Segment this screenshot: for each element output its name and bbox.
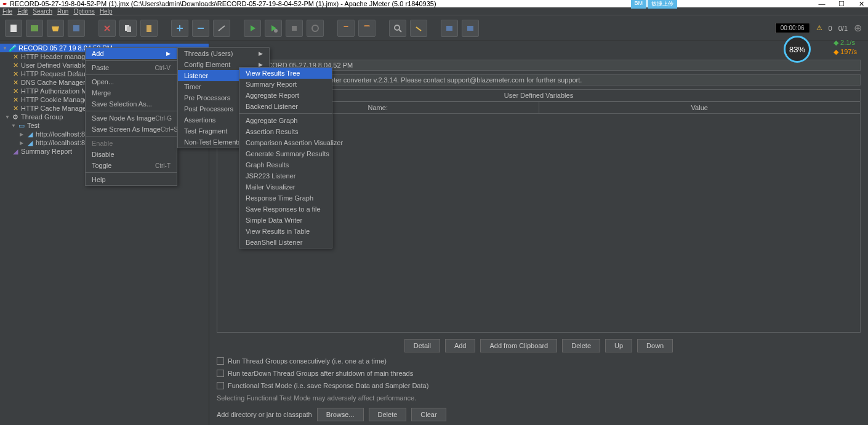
listener-item[interactable]: Assertion Results bbox=[239, 126, 332, 137]
svg-rect-11 bbox=[467, 26, 473, 31]
listener-item[interactable]: View Results Tree bbox=[239, 68, 332, 79]
menu-options[interactable]: Options bbox=[73, 8, 94, 15]
down-button[interactable]: Down bbox=[637, 339, 673, 352]
ctx-save-selection[interactable]: Save Selection As... bbox=[86, 98, 177, 109]
copy-button[interactable] bbox=[119, 20, 137, 37]
consecutive-checkbox[interactable] bbox=[217, 357, 224, 365]
svg-rect-7 bbox=[292, 26, 297, 31]
start-button[interactable] bbox=[244, 20, 261, 37]
listener-item[interactable]: Save Responses to a file bbox=[239, 204, 332, 215]
chk3-label: Functional Test Mode (i.e. save Response… bbox=[228, 382, 428, 389]
gauge-stats: ◆ 2.1/s ◆ 197/s bbox=[834, 38, 857, 57]
ctx-disable[interactable]: Disable bbox=[86, 149, 177, 160]
listener-item[interactable]: Simple Data Writer bbox=[239, 215, 332, 226]
titlebar: ✒ RECORD-05-27-19-8-04-52-PM (1).jmx (C:… bbox=[0, 0, 868, 7]
name-input[interactable]: RECORD 05-27-19 8.04.52 PM bbox=[254, 60, 861, 71]
listener-item[interactable]: Response Time Graph bbox=[239, 193, 332, 204]
ctx-open[interactable]: Open... bbox=[86, 76, 177, 87]
maximize-button[interactable]: ☐ bbox=[837, 0, 846, 8]
browse-button[interactable]: Browse... bbox=[317, 408, 364, 421]
warning-count: 0 bbox=[829, 25, 832, 32]
function-helper-button[interactable] bbox=[441, 20, 458, 37]
shutdown-button[interactable] bbox=[307, 20, 324, 37]
listener-item[interactable]: Backend Listener bbox=[239, 101, 332, 112]
warning-icon[interactable]: ⚠ bbox=[816, 24, 822, 32]
svg-rect-0 bbox=[10, 25, 17, 32]
clipboard-button[interactable]: Add from Clipboard bbox=[480, 339, 557, 352]
svg-point-8 bbox=[312, 25, 318, 31]
toggle-button[interactable] bbox=[213, 20, 230, 37]
minimize-button[interactable]: — bbox=[818, 0, 826, 8]
chk2-label: Run tearDown Thread Groups after shutdow… bbox=[228, 370, 413, 377]
toolbar: 00:00:06 ⚠ 0 0/1 ⊕ bbox=[0, 15, 868, 41]
col-value[interactable]: Value bbox=[539, 102, 861, 113]
menu-file[interactable]: File bbox=[2, 8, 12, 15]
save-button[interactable] bbox=[68, 20, 85, 37]
ctx-add[interactable]: Add▶ bbox=[86, 48, 177, 59]
listener-item[interactable]: Aggregate Report bbox=[239, 90, 332, 101]
search-button[interactable] bbox=[389, 20, 406, 37]
listener-submenu: View Results Tree Summary Report Aggrega… bbox=[239, 67, 332, 248]
svg-rect-2 bbox=[73, 25, 79, 31]
clear-classpath-button[interactable]: Clear bbox=[411, 408, 446, 421]
open-button[interactable] bbox=[47, 20, 64, 37]
globe-icon[interactable]: ⊕ bbox=[854, 22, 862, 34]
listener-item[interactable]: Mailer Visualizer bbox=[239, 181, 332, 193]
listener-item[interactable]: JSR223 Listener bbox=[239, 170, 332, 181]
menu-help[interactable]: Help bbox=[100, 8, 113, 15]
listener-item[interactable]: Summary Report bbox=[239, 79, 332, 90]
clear-button[interactable] bbox=[337, 20, 355, 37]
add-button[interactable]: Add bbox=[445, 339, 476, 352]
elapsed-time: 00:00:06 bbox=[775, 23, 810, 33]
ctx-paste[interactable]: PasteCtrl-V bbox=[86, 62, 177, 73]
ctx-save-screen-image[interactable]: Save Screen As ImageCtrl+Shift+G bbox=[86, 124, 177, 135]
ctx-toggle[interactable]: ToggleCtrl-T bbox=[86, 160, 177, 171]
cut-button[interactable] bbox=[98, 20, 116, 37]
listener-item[interactable]: Aggregate Graph bbox=[239, 115, 332, 126]
ctx-save-node-image[interactable]: Save Node As ImageCtrl-G bbox=[86, 113, 177, 124]
close-button[interactable]: ✕ bbox=[857, 0, 866, 8]
delete-button[interactable]: Delete bbox=[562, 339, 600, 352]
help-button[interactable] bbox=[462, 20, 479, 37]
listener-item[interactable]: BeanShell Listener bbox=[239, 237, 332, 248]
paste-button[interactable] bbox=[140, 20, 158, 37]
listener-item[interactable]: View Results in Table bbox=[239, 226, 332, 237]
sub-threads[interactable]: Threads (Users)▶ bbox=[178, 48, 269, 59]
collapse-button[interactable] bbox=[192, 20, 209, 37]
context-menu: Add▶ PasteCtrl-V Open... Merge Save Sele… bbox=[85, 47, 177, 186]
performance-gauge: 83% bbox=[784, 36, 811, 63]
listener-item[interactable]: Generate Summary Results bbox=[239, 148, 332, 159]
delete-classpath-button[interactable]: Delete bbox=[369, 408, 407, 421]
svg-rect-1 bbox=[31, 25, 38, 31]
functional-checkbox[interactable] bbox=[217, 382, 224, 389]
thread-ratio: 0/1 bbox=[838, 25, 848, 32]
functional-note: Selecting Functional Test Mode may adver… bbox=[217, 394, 861, 402]
templates-button[interactable] bbox=[26, 20, 43, 37]
ctx-enable: Enable bbox=[86, 138, 177, 149]
up-button[interactable]: Up bbox=[605, 339, 632, 352]
new-button[interactable] bbox=[5, 20, 22, 37]
svg-rect-4 bbox=[127, 26, 131, 32]
ctx-help[interactable]: Help bbox=[86, 174, 177, 185]
ctx-merge[interactable]: Merge bbox=[86, 87, 177, 98]
listener-item[interactable]: Graph Results bbox=[239, 159, 332, 170]
start-notimers-button[interactable] bbox=[265, 20, 282, 37]
menu-search[interactable]: Search bbox=[33, 8, 52, 15]
teardown-checkbox[interactable] bbox=[217, 370, 224, 377]
menu-run[interactable]: Run bbox=[57, 8, 68, 15]
comments-input[interactable]: Recorded using BlazeMeter converter v.2.… bbox=[254, 74, 861, 85]
clear-all-button[interactable] bbox=[358, 20, 376, 37]
expand-button[interactable] bbox=[171, 20, 188, 37]
blazemeter-badge[interactable]: BM 敏捷上传 bbox=[631, 0, 678, 9]
classpath-label: Add directory or jar to classpath bbox=[217, 411, 312, 418]
svg-rect-10 bbox=[446, 26, 452, 31]
svg-point-9 bbox=[395, 25, 400, 30]
detail-button[interactable]: Detail bbox=[404, 339, 440, 352]
window-title: RECORD-05-27-19-8-04-52-PM (1).jmx (C:\U… bbox=[10, 0, 436, 7]
menu-edit[interactable]: Edit bbox=[17, 8, 28, 15]
chk1-label: Run Thread Groups consecutively (i.e. on… bbox=[228, 357, 387, 365]
svg-rect-5 bbox=[147, 25, 151, 32]
listener-item[interactable]: Comparison Assertion Visualizer bbox=[239, 137, 332, 148]
stop-button[interactable] bbox=[286, 20, 303, 37]
reset-search-button[interactable] bbox=[410, 20, 427, 37]
